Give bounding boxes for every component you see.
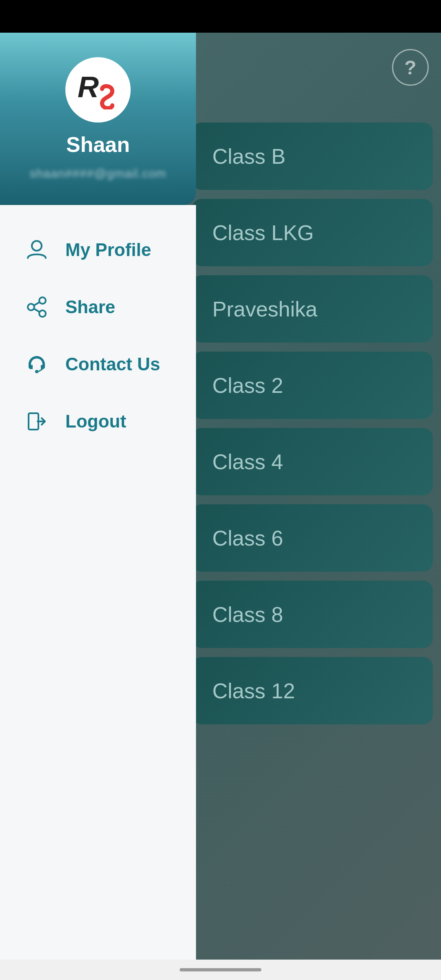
user-email: shaan####@gmail.com [30,167,167,180]
class-card-class-b[interactable]: Class B [192,122,433,190]
contact-us-label: Contact Us [65,354,160,374]
menu-item-logout[interactable]: Logout [0,393,196,450]
class-grid: Class BClass LKGPraveshikaClass 2Class 4… [188,33,441,733]
svg-text:R: R [78,71,99,103]
app-logo: R [65,57,131,122]
help-button[interactable]: ? [392,49,429,86]
menu-item-share[interactable]: Share [0,278,196,336]
class-card-class-2[interactable]: Class 2 [192,352,433,419]
class-card-class-6[interactable]: Class 6 [192,504,433,572]
class-card-class-8[interactable]: Class 8 [192,581,433,648]
svg-point-4 [39,310,46,317]
class-card-class-12[interactable]: Class 12 [192,657,433,724]
class-card-class-lkg[interactable]: Class LKG [192,199,433,266]
menu-item-contact-us[interactable]: Contact Us [0,336,196,393]
svg-point-3 [28,304,34,310]
headset-icon [24,352,49,376]
svg-point-2 [39,297,46,304]
logout-icon [24,409,49,434]
user-name: Shaan [66,132,130,157]
bottom-bar [0,960,441,980]
person-icon [24,238,49,262]
drawer-body: My Profile Share [0,205,196,980]
svg-line-5 [34,302,40,305]
logout-label: Logout [65,411,126,432]
class-card-class-praveshika[interactable]: Praveshika [192,275,433,343]
home-indicator [180,968,261,971]
status-bar [0,0,441,33]
share-label: Share [65,297,115,317]
menu-item-my-profile[interactable]: My Profile [0,221,196,278]
svg-line-8 [38,369,42,372]
drawer-header: R Shaan shaan####@gmail.com [0,33,196,205]
svg-point-7 [35,370,38,373]
svg-point-1 [32,241,42,251]
logo-svg: R [76,71,120,109]
help-icon: ? [404,56,416,79]
class-card-class-4[interactable]: Class 4 [192,428,433,495]
share-icon [24,295,49,319]
side-drawer: R Shaan shaan####@gmail.com My Profile [0,33,196,980]
my-profile-label: My Profile [65,240,151,260]
svg-line-6 [34,309,40,312]
